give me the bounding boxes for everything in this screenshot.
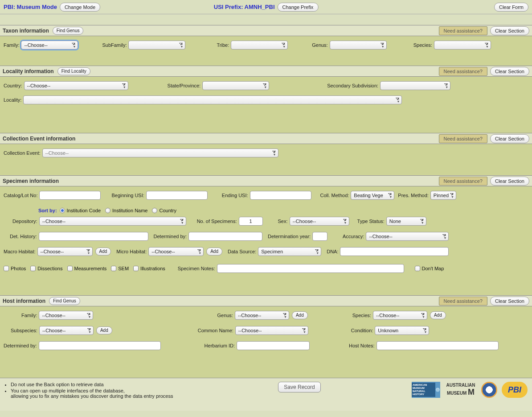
subfamily-select[interactable]: ▲▼ <box>128 41 185 50</box>
radio-country[interactable]: Country <box>152 208 176 213</box>
radio-inst-code[interactable]: Institution Code <box>60 208 101 213</box>
accuracy-select[interactable]: --Choose--▲▼ <box>366 232 449 241</box>
find-locality-button[interactable]: Find Locality <box>57 67 90 75</box>
dna-input[interactable] <box>340 247 449 256</box>
locality-body: Country: --Choose--▲▼ State/Province: ▲▼… <box>0 77 532 133</box>
host-notes-label: Host Notes: <box>349 343 374 348</box>
species-select[interactable]: ▲▼ <box>434 41 491 50</box>
host-clear-button[interactable]: Clear Section <box>490 297 529 306</box>
host-common-name-select[interactable]: --Choose--▲▼ <box>235 326 308 335</box>
secondary-select[interactable]: ▲▼ <box>380 81 450 90</box>
herbarium-id-label: Herbarium ID: <box>205 343 235 348</box>
nsf-logo <box>481 382 497 398</box>
locality-select[interactable]: ▲▼ <box>23 95 402 104</box>
host-find-genus-button[interactable]: Find Genus <box>49 297 80 305</box>
host-condition-select[interactable]: Unknown▲▼ <box>375 326 429 335</box>
tip-2: You can open up multiple interfaces of t… <box>11 388 187 399</box>
pres-method-select[interactable]: Pinned▲▼ <box>430 191 456 200</box>
tribe-label: Tribe: <box>217 42 229 48</box>
sort-by-label: Sort by: <box>38 208 57 213</box>
data-source-select[interactable]: Specimen▲▼ <box>258 247 321 256</box>
collev-assist-button[interactable]: Need assistance? <box>439 134 487 143</box>
sex-label: Sex: <box>278 219 288 224</box>
country-label: Country: <box>4 83 22 88</box>
host-species-label: Species: <box>352 313 371 318</box>
host-family-select[interactable]: --Choose--▲▼ <box>39 311 93 320</box>
host-subspecies-add-button[interactable]: Add <box>96 326 112 334</box>
dna-label: DNA: <box>327 249 338 254</box>
spec-assist-button[interactable]: Need assistance? <box>439 177 487 186</box>
host-genus-add-button[interactable]: Add <box>292 311 308 319</box>
host-species-add-button[interactable]: Add <box>430 311 446 319</box>
locality-clear-button[interactable]: Clear Section <box>490 67 529 76</box>
collev-clear-button[interactable]: Clear Section <box>490 134 529 143</box>
begin-usi-input[interactable] <box>146 191 208 200</box>
amnh-logo: AMERICAN MUSEUM NATURAL HISTORY <box>412 382 440 398</box>
australian-museum-logo: AUSTRALIANMUSEUM M <box>445 382 477 398</box>
top-bar: PBI: Museum Mode Change Mode USI Prefix:… <box>0 0 532 14</box>
locality-title: Locality information <box>3 68 54 74</box>
det-history-input[interactable] <box>39 232 148 241</box>
measurements-check[interactable]: Measurements <box>67 266 107 271</box>
usi-prefix-label: USI Prefix: AMNH_PBI <box>214 4 275 10</box>
host-title: Host information <box>3 298 45 304</box>
host-determined-by-input[interactable] <box>39 341 161 350</box>
micro-habitat-label: Micro Habitat: <box>116 249 147 254</box>
change-mode-button[interactable]: Change Mode <box>60 3 100 12</box>
state-select[interactable]: ▲▼ <box>202 81 269 90</box>
photos-check[interactable]: Photos <box>4 266 26 271</box>
determined-by-input[interactable] <box>188 232 262 241</box>
subfamily-label: SubFamily: <box>102 42 127 48</box>
herbarium-id-input[interactable] <box>237 341 310 350</box>
footer-logos: AMERICAN MUSEUM NATURAL HISTORY AUSTRALI… <box>412 382 528 398</box>
find-genus-button[interactable]: Find Genus <box>53 27 84 35</box>
host-subspecies-label: Subspecies: <box>11 328 37 333</box>
macro-habitat-select[interactable]: --Choose--▲▼ <box>37 247 93 256</box>
data-source-label: Data Source: <box>228 249 256 254</box>
change-prefix-button[interactable]: Change Prefix <box>278 3 319 12</box>
specimen-notes-label: Specimen Notes: <box>178 266 215 271</box>
save-record-button[interactable]: Save Record <box>278 382 320 392</box>
host-determined-by-label: Determined by: <box>4 343 37 348</box>
collev-body: Collection Event: --Choose--▲▼ <box>0 144 532 175</box>
host-assist-button[interactable]: Need assistance? <box>439 297 487 306</box>
specimen-notes-input[interactable] <box>217 264 404 273</box>
end-usi-label: Ending USI: <box>222 193 248 198</box>
type-status-select[interactable]: None▲▼ <box>386 217 426 226</box>
collev-select[interactable]: --Choose--▲▼ <box>42 149 278 157</box>
pres-method-label: Pres. Method: <box>398 193 428 198</box>
sem-check[interactable]: SEM <box>111 266 129 271</box>
micro-add-button[interactable]: Add <box>206 248 222 256</box>
host-species-select[interactable]: --Choose--▲▼ <box>373 311 427 320</box>
host-subspecies-select[interactable]: --Choose--▲▼ <box>39 326 94 335</box>
country-select[interactable]: --Choose--▲▼ <box>24 81 128 90</box>
collev-label: Collection Event: <box>4 150 41 156</box>
host-genus-select[interactable]: --Choose--▲▼ <box>235 311 289 320</box>
no-specimens-input[interactable]: 1 <box>239 217 263 226</box>
micro-habitat-select[interactable]: --Choose--▲▼ <box>148 247 204 256</box>
spec-clear-button[interactable]: Clear Section <box>490 177 529 186</box>
dissections-check[interactable]: Dissections <box>30 266 62 271</box>
coll-method-select[interactable]: Beating Vege▲▼ <box>351 191 394 200</box>
end-usi-input[interactable] <box>250 191 311 200</box>
host-section-header: Host information Find Genus Need assista… <box>0 295 532 306</box>
dont-map-check[interactable]: Don't Map <box>415 266 444 271</box>
host-notes-input[interactable] <box>376 341 499 350</box>
catalog-input[interactable] <box>39 191 101 200</box>
illustrations-check[interactable]: Illustrations <box>133 266 165 271</box>
taxon-assist-button[interactable]: Need assistance? <box>439 26 487 35</box>
locality-assist-button[interactable]: Need assistance? <box>439 67 487 76</box>
radio-inst-name[interactable]: Institution Name <box>105 208 147 213</box>
tribe-select[interactable]: ▲▼ <box>231 41 288 50</box>
sex-select[interactable]: --Choose--▲▼ <box>290 217 349 226</box>
depository-select[interactable]: --Choose--▲▼ <box>39 217 186 226</box>
det-year-input[interactable] <box>312 232 327 241</box>
host-family-label: Family: <box>21 313 37 318</box>
macro-add-button[interactable]: Add <box>95 248 111 256</box>
genus-select[interactable]: ▲▼ <box>330 41 387 50</box>
begin-usi-label: Beginning USI: <box>111 193 144 198</box>
taxon-clear-button[interactable]: Clear Section <box>490 26 529 35</box>
family-select[interactable]: --Choose--▲▼ <box>21 41 78 50</box>
clear-form-button[interactable]: Clear Form <box>494 3 528 12</box>
state-label: State/Province: <box>168 83 201 88</box>
